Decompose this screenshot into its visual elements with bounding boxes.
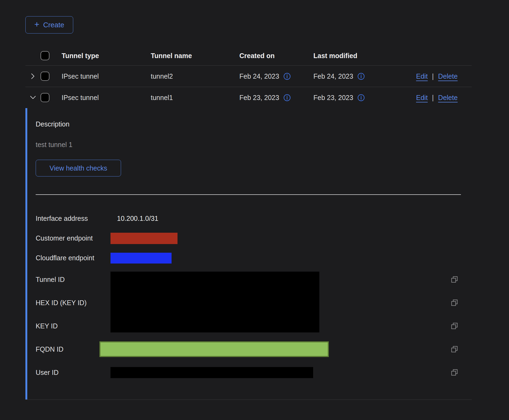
edit-link[interactable]: Edit (416, 72, 428, 80)
tunnel-id-label: Tunnel ID (36, 268, 110, 291)
modified-date: Feb 24, 2023 (313, 72, 353, 80)
row-checkbox[interactable] (41, 93, 49, 102)
copy-icon (451, 276, 458, 283)
cell-tunnel-name: tunnel1 (151, 94, 239, 102)
view-health-checks-label: View health checks (49, 164, 107, 172)
cell-created-on: Feb 23, 2023 (239, 94, 313, 102)
copy-icon (451, 322, 458, 330)
header-last-modified: Last modified (313, 52, 416, 60)
tunnel-details-panel: Description test tunnel 1 View health ch… (25, 108, 472, 399)
field-user-id: User ID (36, 361, 472, 384)
row-actions: Edit | Delete (416, 94, 472, 102)
copy-hex-id-button[interactable] (451, 291, 458, 314)
header-tunnel-type: Tunnel type (62, 52, 151, 60)
table-row-tunnel1: IPsec tunnel tunnel1 Feb 23, 2023 Feb 23… (25, 87, 472, 108)
field-fqdn-id: FQDN ID (36, 338, 472, 361)
actions-separator: | (432, 94, 434, 102)
edit-link[interactable]: Edit (416, 94, 428, 102)
table-row-tunnel2: IPsec tunnel tunnel2 Feb 24, 2023 Feb 24… (25, 65, 472, 87)
create-button[interactable]: + Create (25, 16, 73, 34)
cloudflare-endpoint-label: Cloudflare endpoint (36, 254, 110, 262)
chevron-right-icon (29, 73, 36, 80)
delete-link[interactable]: Delete (438, 94, 458, 102)
created-date: Feb 23, 2023 (239, 94, 279, 102)
id-group-copy-buttons (451, 268, 458, 338)
copy-fqdn-id-button[interactable] (451, 345, 458, 353)
delete-link[interactable]: Delete (438, 72, 458, 80)
field-id-group: Tunnel ID HEX ID (KEY ID) KEY ID (36, 268, 472, 338)
cell-created-on: Feb 24, 2023 (239, 72, 313, 80)
interface-address-label: Interface address (36, 215, 110, 222)
copy-icon (451, 345, 458, 353)
interface-address-value: 10.200.1.0/31 (110, 215, 158, 222)
copy-tunnel-id-button[interactable] (451, 268, 458, 291)
cell-tunnel-name: tunnel2 (151, 72, 239, 80)
user-id-redacted-value (110, 367, 313, 378)
customer-endpoint-redacted-value (110, 233, 178, 244)
field-cloudflare-endpoint: Cloudflare endpoint (36, 248, 472, 268)
hex-id-label: HEX ID (KEY ID) (36, 291, 110, 314)
copy-icon (451, 299, 458, 306)
header-created-on: Created on (239, 52, 313, 60)
info-icon (357, 73, 365, 80)
id-group-redacted-value (110, 272, 319, 332)
section-divider (36, 194, 461, 195)
chevron-down-icon (29, 94, 36, 101)
created-info-button[interactable] (283, 73, 291, 80)
copy-key-id-button[interactable] (451, 314, 458, 338)
tunnels-table: Tunnel type Tunnel name Created on Last … (25, 46, 472, 400)
cell-last-modified: Feb 24, 2023 (313, 72, 416, 80)
tunnel-fields: Interface address 10.200.1.0/31 Customer… (36, 209, 472, 384)
cell-tunnel-type: IPsec tunnel (62, 94, 151, 102)
created-info-button[interactable] (283, 94, 291, 101)
cell-last-modified: Feb 23, 2023 (313, 94, 416, 102)
create-button-label: Create (43, 21, 64, 29)
collapse-row-button[interactable] (25, 92, 41, 103)
fqdn-id-redacted-value (99, 341, 329, 357)
modified-date: Feb 23, 2023 (313, 94, 353, 102)
info-icon (283, 73, 291, 80)
cloudflare-endpoint-redacted-value (110, 253, 172, 264)
customer-endpoint-label: Customer endpoint (36, 234, 110, 242)
expand-row-button[interactable] (25, 71, 41, 82)
plus-icon: + (34, 20, 39, 29)
field-customer-endpoint: Customer endpoint (36, 228, 472, 248)
cell-tunnel-type: IPsec tunnel (62, 72, 151, 80)
header-tunnel-name: Tunnel name (151, 52, 239, 60)
description-value: test tunnel 1 (36, 141, 472, 149)
info-icon (283, 94, 291, 101)
select-all-checkbox[interactable] (41, 51, 49, 60)
key-id-label: KEY ID (36, 314, 110, 338)
row-checkbox[interactable] (41, 72, 49, 81)
created-date: Feb 24, 2023 (239, 72, 279, 80)
actions-separator: | (432, 72, 434, 80)
modified-info-button[interactable] (357, 94, 365, 101)
copy-user-id-button[interactable] (451, 369, 458, 376)
modified-info-button[interactable] (357, 73, 365, 80)
info-icon (357, 94, 365, 101)
id-group-labels: Tunnel ID HEX ID (KEY ID) KEY ID (36, 268, 110, 338)
field-interface-address: Interface address 10.200.1.0/31 (36, 209, 472, 228)
description-label: Description (36, 120, 472, 128)
copy-icon (451, 369, 458, 376)
table-header-row: Tunnel type Tunnel name Created on Last … (25, 46, 472, 65)
row-actions: Edit | Delete (416, 72, 472, 80)
view-health-checks-button[interactable]: View health checks (36, 160, 121, 176)
user-id-label: User ID (36, 369, 110, 376)
